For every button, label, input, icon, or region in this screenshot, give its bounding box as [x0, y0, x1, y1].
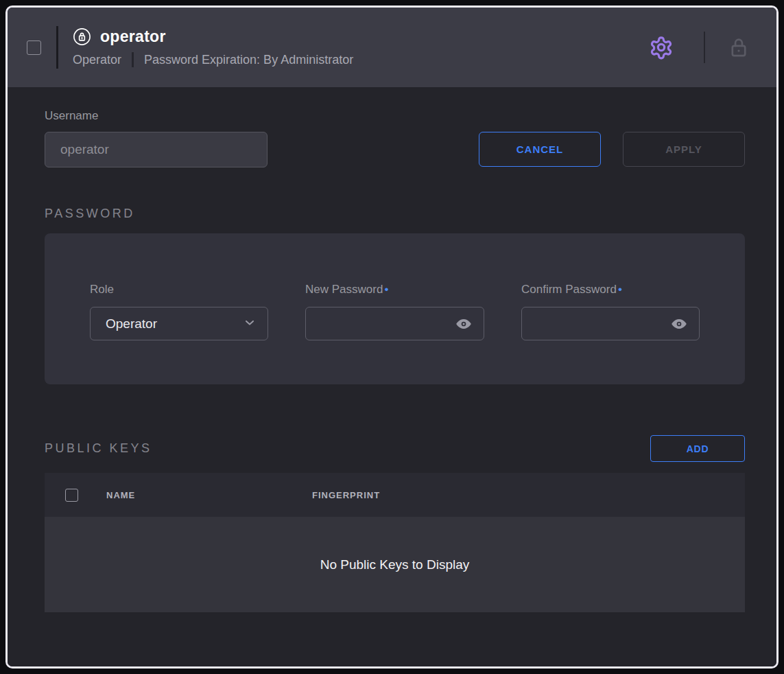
- password-section-title: PASSWORD: [45, 207, 745, 221]
- cancel-button[interactable]: CANCEL: [479, 132, 601, 167]
- new-password-input[interactable]: [321, 316, 455, 331]
- lock-icon[interactable]: [727, 36, 750, 59]
- meta-divider: [132, 52, 134, 67]
- public-keys-table-header: NAME FINGERPRINT: [45, 473, 745, 517]
- new-password-label: New Password•: [305, 283, 484, 297]
- show-new-password-eye-icon[interactable]: [455, 315, 473, 333]
- column-header-fingerprint: FINGERPRINT: [312, 490, 745, 500]
- username-label: Username: [45, 109, 745, 123]
- header-icons-divider: [704, 32, 705, 63]
- password-panel: Role Operator New Password•: [45, 233, 745, 384]
- user-meta: Operator Password Expiration: By Adminis…: [73, 52, 353, 67]
- user-role-text: Operator: [73, 53, 121, 67]
- column-header-name: NAME: [106, 490, 312, 500]
- public-keys-table: NAME FINGERPRINT No Public Keys to Displ…: [45, 473, 745, 612]
- password-expiration-text: Password Expiration: By Administrator: [144, 53, 353, 67]
- role-label: Role: [90, 283, 268, 297]
- user-title-block: operator Operator Password Expiration: B…: [73, 27, 353, 67]
- user-form-body: Username CANCEL APPLY PASSWORD Role Oper…: [8, 87, 776, 666]
- required-dot: •: [384, 283, 388, 296]
- apply-button[interactable]: APPLY: [623, 132, 745, 167]
- empty-state-message: No Public Keys to Display: [320, 557, 470, 572]
- user-header: operator Operator Password Expiration: B…: [8, 8, 776, 87]
- chevron-down-icon: [243, 316, 257, 332]
- show-confirm-password-eye-icon[interactable]: [670, 315, 688, 333]
- user-detail-card: operator Operator Password Expiration: B…: [5, 5, 779, 669]
- add-public-key-button[interactable]: ADD: [650, 435, 745, 462]
- public-keys-section-title: PUBLIC KEYS: [45, 441, 152, 456]
- username-input[interactable]: [45, 132, 268, 167]
- public-keys-empty-state: No Public Keys to Display: [45, 517, 745, 612]
- role-selected-value: Operator: [106, 316, 157, 332]
- header-divider: [56, 26, 58, 69]
- confirm-password-field: [521, 307, 700, 340]
- confirm-password-label: Confirm Password•: [521, 283, 700, 297]
- confirm-password-input[interactable]: [537, 316, 670, 331]
- page-title: operator: [100, 27, 166, 46]
- settings-gear-icon[interactable]: [648, 34, 675, 61]
- select-all-keys-checkbox[interactable]: [65, 489, 78, 502]
- user-lock-circle-icon: [73, 27, 91, 46]
- required-dot: •: [618, 283, 622, 296]
- new-password-field: [305, 307, 484, 340]
- select-user-checkbox[interactable]: [27, 40, 41, 55]
- role-select[interactable]: Operator: [90, 307, 268, 340]
